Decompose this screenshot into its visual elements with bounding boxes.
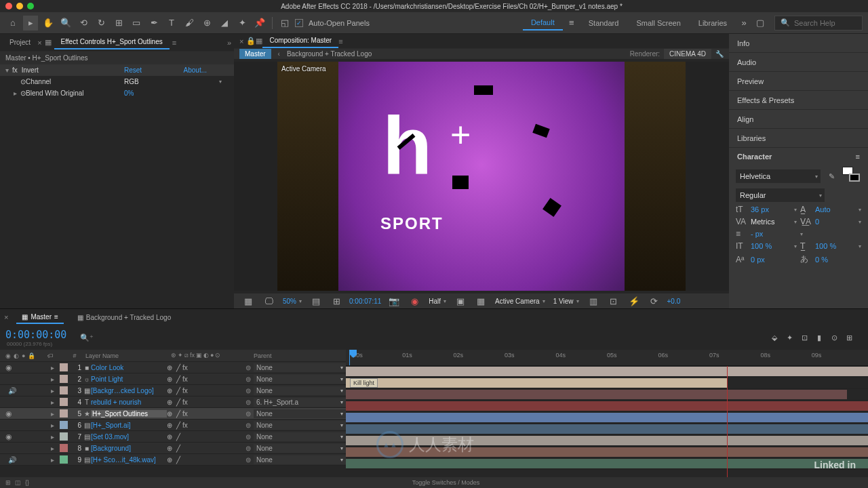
layer-row[interactable]: ◉ ▸ 1 ■ Color Look ⊕ ╱fx ⊚None▾ — [0, 362, 346, 373]
vscale-field[interactable]: 100 % — [751, 242, 791, 250]
parent-dropdown[interactable]: None▾ — [254, 409, 346, 418]
viewer-timecode[interactable]: 0:00:07:11 — [349, 298, 381, 305]
effect-reset-link[interactable]: Reset — [124, 66, 142, 74]
parent-dropdown[interactable]: None▾ — [254, 455, 346, 464]
breadcrumb-master[interactable]: Master — [239, 49, 271, 59]
layer-twirl-icon[interactable]: ▸ — [47, 422, 57, 429]
stroke-swatch[interactable] — [849, 174, 860, 182]
layer-name-label[interactable]: [Background] — [91, 445, 167, 452]
composition-tab[interactable]: Composition: Master — [262, 34, 338, 48]
layer-switches[interactable]: ⊕ ╱fx — [167, 399, 245, 406]
viewer-guides-icon[interactable]: ⊞ — [329, 293, 344, 308]
visibility-toggle[interactable]: ◉ — [5, 363, 12, 372]
parent-dropdown[interactable]: None▾ — [254, 421, 346, 430]
tsume-field[interactable]: 0 % — [815, 256, 861, 264]
viewer-ruler-icon[interactable]: ▤ — [309, 293, 323, 308]
playhead[interactable] — [349, 350, 350, 365]
layer-name-label[interactable]: [Backgr…cked Logo] — [91, 387, 167, 394]
layer-switches[interactable]: ⊕ ╱ — [167, 445, 245, 452]
viewer-monitor-icon[interactable]: 🖵 — [261, 293, 276, 308]
layer-switches[interactable]: ⊕ ╱fx — [167, 422, 245, 429]
hand-tool[interactable]: ✋ — [41, 16, 56, 30]
font-style-dropdown[interactable]: Regular▾ — [736, 188, 825, 202]
layer-row[interactable]: ▸ 2 ☼ Point Light ⊕ ╱fx ⊚None▾ — [0, 373, 346, 385]
orbit-tool[interactable]: ⟲ — [76, 16, 91, 30]
tl-composite-icon[interactable]: ⬙ — [769, 332, 780, 343]
panel-menu-icon[interactable]: ≡ — [172, 39, 176, 47]
view-dropdown[interactable]: 1 View▾ — [552, 298, 580, 305]
layer-row[interactable]: ◉ ▸ 7 ▤ [Set 03.mov] ⊕ ╱ ⊚None▾ — [0, 431, 346, 443]
tl-footer-icon2[interactable]: ◫ — [15, 479, 21, 486]
twirl-right-icon[interactable]: ▸ — [14, 89, 20, 97]
viewer-fast-icon[interactable]: ⚡ — [627, 293, 642, 308]
layer-label-color[interactable] — [60, 432, 68, 441]
layer-label-color[interactable] — [60, 386, 68, 394]
layer-name-label[interactable]: [H+ Sco…it_48k.wav] — [91, 456, 167, 464]
home-button[interactable]: ⌂ — [5, 16, 20, 30]
layer-name-label[interactable]: H+_Sport Outlines — [91, 410, 167, 418]
effect-invert-row[interactable]: ▾ fx Invert Reset About... — [0, 64, 234, 76]
breadcrumb-child[interactable]: Background + Tracked Logo — [287, 50, 372, 58]
track-row[interactable] — [346, 366, 868, 378]
roto-tool[interactable]: ✦ — [235, 16, 250, 30]
visibility-toggle[interactable]: ◉ — [5, 432, 12, 441]
layer-name-label[interactable]: rebuild + nourish — [91, 399, 167, 406]
renderer-select[interactable]: Renderer: CINEMA 4D 🔧 — [630, 49, 724, 59]
panel-overflow-icon[interactable]: » — [227, 39, 231, 47]
auto-open-checkbox[interactable] — [295, 19, 303, 27]
workspace-menu-icon[interactable]: ≡ — [564, 16, 579, 30]
tl-footer-icon3[interactable]: {} — [25, 479, 29, 486]
camera-dropdown[interactable]: Active Camera▾ — [494, 298, 547, 305]
layer-label-color[interactable] — [60, 398, 68, 406]
layer-label-color[interactable] — [60, 375, 68, 383]
pen-tool[interactable]: ✒ — [146, 16, 161, 30]
snapshot-icon[interactable]: 📷 — [387, 293, 401, 308]
parent-dropdown[interactable]: None▾ — [254, 375, 346, 384]
workspace-default[interactable]: Default — [523, 16, 563, 30]
viewer-refresh-icon[interactable]: ⟳ — [647, 293, 662, 308]
audio-toggle[interactable]: 🔊 — [8, 387, 16, 394]
tl-shy-icon[interactable]: ⊡ — [799, 332, 810, 343]
layer-row[interactable]: ◉ ▸ 5 ★ H+_Sport Outlines ⊕ ╱fx ⊚None▾ — [0, 408, 346, 420]
parent-pickwhip-icon[interactable]: ⊚ — [245, 387, 251, 394]
effect-controls-tab[interactable]: Effect Controls H+_Sport Outlines — [54, 35, 170, 49]
layer-switches[interactable]: ⊕ ╱fx — [167, 410, 245, 418]
layer-twirl-icon[interactable]: ▸ — [47, 375, 57, 383]
brush-tool[interactable]: 🖌 — [182, 16, 197, 30]
layer-duration-bar[interactable] — [346, 367, 868, 376]
libraries-panel-header[interactable]: Libraries — [729, 129, 868, 148]
hscale-field[interactable]: 100 % — [815, 242, 856, 250]
layer-marker[interactable]: Kill light — [350, 378, 378, 388]
puppet-tool[interactable]: 📌 — [252, 16, 267, 30]
font-family-dropdown[interactable]: Helvetica▾ — [736, 169, 821, 183]
layer-twirl-icon[interactable]: ▸ — [47, 433, 57, 441]
timeline-search-icon[interactable]: 🔍⁺ — [80, 333, 94, 342]
preview-panel-header[interactable]: Preview — [729, 72, 868, 91]
viewer-3d-icon[interactable]: ▥ — [586, 293, 601, 308]
tracking-field[interactable]: 0 — [815, 218, 856, 226]
track-row[interactable] — [346, 458, 868, 470]
layer-twirl-icon[interactable]: ▸ — [47, 387, 57, 394]
timeline-tab-bg[interactable]: ▦Background + Tracked Logo — [72, 312, 176, 323]
layer-switches[interactable]: ⊕ ╱ — [167, 456, 245, 464]
layer-twirl-icon[interactable]: ▸ — [47, 410, 57, 418]
effects-presets-panel-header[interactable]: Effects & Presets — [729, 91, 868, 110]
zoom-tool[interactable]: 🔍 — [58, 16, 73, 30]
lock-icon[interactable]: 🔒 — [246, 37, 256, 45]
tl-frameblend-icon[interactable]: ▮ — [814, 332, 825, 343]
visibility-toggle[interactable]: ◉ — [5, 409, 12, 418]
parent-dropdown[interactable]: None▾ — [254, 363, 346, 372]
font-size-field[interactable]: 36 px — [751, 205, 791, 214]
tl-draft-icon[interactable]: ✦ — [784, 332, 795, 343]
workspace-reset-icon[interactable]: ▢ — [753, 16, 768, 30]
type-tool[interactable]: T — [164, 16, 179, 30]
layer-name-label[interactable]: [H+_Sport.ai] — [91, 422, 167, 429]
renderer-value[interactable]: CINEMA 4D — [664, 49, 711, 59]
eyedropper-icon[interactable]: ✎ — [825, 169, 838, 183]
layer-switches[interactable]: ⊕ ╱fx — [167, 364, 245, 371]
parent-pickwhip-icon[interactable]: ⊚ — [245, 433, 251, 441]
layer-twirl-icon[interactable]: ▸ — [47, 456, 57, 464]
channel-icon[interactable]: ◉ — [407, 293, 422, 308]
layer-label-color[interactable] — [60, 421, 68, 429]
tl-motion-blur-icon[interactable]: ⊙ — [829, 332, 840, 343]
